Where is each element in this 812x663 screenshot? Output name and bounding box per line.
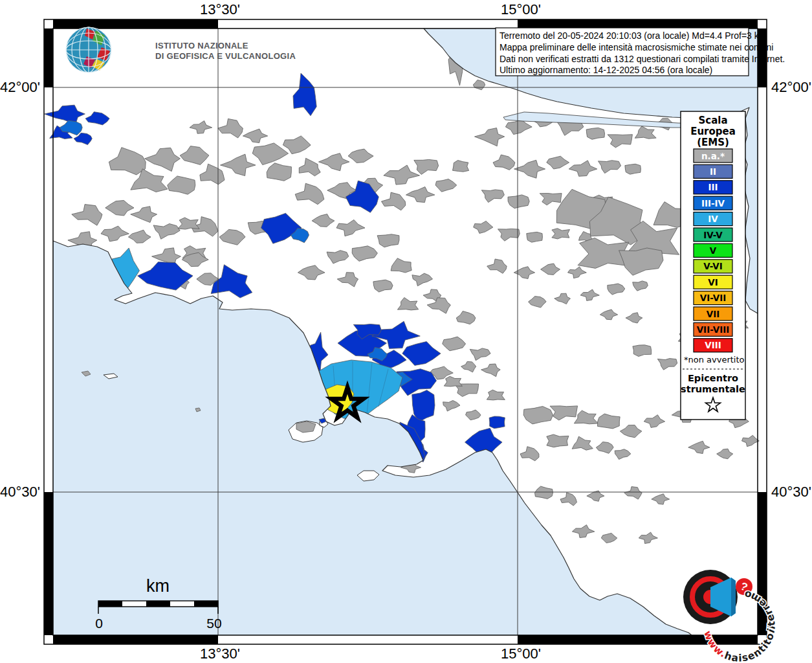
muni-intensity-iii — [489, 416, 505, 429]
info-line-1: Terremoto del 20-05-2024 20:10:03 (ora l… — [499, 30, 766, 41]
legend-label: VII-VIII — [697, 324, 730, 335]
info-line-2: Mappa preliminare delle intensità macros… — [499, 42, 773, 52]
lat-label-right-bottom: 40°30' — [771, 484, 811, 500]
legend-title-2: Europea — [690, 126, 736, 137]
legend-label: III — [708, 182, 718, 192]
legend-label: IV — [708, 214, 718, 224]
legend-epicenter-1: Epicentro — [688, 373, 738, 383]
legend-title-3: (EMS) — [697, 137, 729, 148]
info-line-3: Dati non verificati estratti da 1312 que… — [499, 54, 785, 64]
intensity-map-canvas: 13°30' 15°00' 13°30' 15°00' 42°00' 40°30… — [0, 0, 812, 663]
legend-epicenter-2: strumentale — [681, 384, 745, 394]
ingv-name-line1: ISTITUTO NAZIONALE — [155, 41, 248, 51]
legend-label: V — [710, 245, 717, 256]
legend-label: n.a.* — [701, 151, 725, 161]
muni-not-felt — [453, 161, 469, 172]
muni-not-felt — [527, 232, 543, 242]
lon-label-top-right: 15°00' — [501, 1, 541, 17]
lat-label-left-top: 42°00' — [0, 79, 40, 95]
legend-label: V-VI — [703, 261, 723, 271]
legend-label: IV-V — [703, 230, 723, 240]
watermark-it: .it — [0, 0, 3, 3]
lon-label-bottom-left: 13°30' — [200, 646, 240, 662]
ischia-muni — [296, 421, 316, 433]
muni-not-felt — [625, 164, 641, 174]
lon-label-bottom-right: 15°00' — [501, 646, 541, 662]
event-info-box: Terremoto del 20-05-2024 20:10:03 (ora l… — [496, 28, 785, 76]
lat-label-right-top: 42°00' — [771, 79, 811, 95]
legend-label: III-IV — [701, 198, 725, 208]
legend-label: VI-VII — [700, 293, 727, 303]
legend-footnote: *non avvertito — [684, 355, 745, 365]
lon-label-top-left: 13°30' — [200, 1, 240, 17]
info-line-4: Ultimo aggiornamento: 14-12-2025 04:56 (… — [499, 65, 712, 75]
legend: Scala Europea (EMS) n.a.*IIIIIIII-IVIVIV… — [681, 111, 745, 420]
scale-bar-min: 0 — [95, 616, 103, 631]
scale-bar-unit: km — [146, 576, 170, 596]
ingv-name-line2: DI GEOFISICA E VULCANOLOGIA — [155, 51, 296, 61]
legend-label: VII — [707, 309, 720, 319]
muni-not-felt — [586, 128, 604, 139]
legend-label: VI — [708, 277, 718, 287]
legend-title-1: Scala — [698, 115, 727, 126]
muni-not-felt — [547, 434, 569, 447]
legend-label: II — [710, 166, 716, 177]
legend-label: VIII — [705, 340, 721, 350]
scale-bar-max: 50 — [206, 616, 221, 631]
lat-label-left-bottom: 40°30' — [0, 484, 40, 500]
macroseismic-map-figure: 13°30' 15°00' 13°30' 15°00' 42°00' 40°30… — [0, 0, 812, 663]
